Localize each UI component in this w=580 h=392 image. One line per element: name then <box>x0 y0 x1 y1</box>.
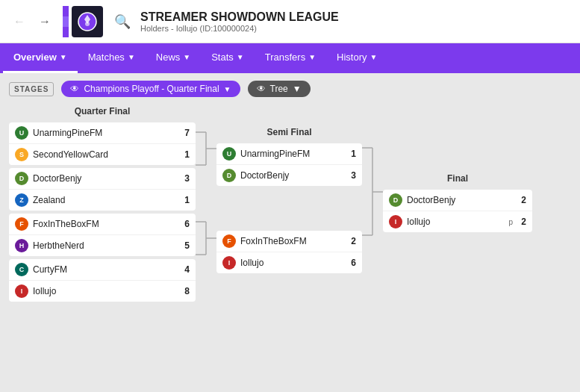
table-row: I Iollujo 8 <box>9 281 196 302</box>
team-name: UnarmingPineFM <box>240 149 344 159</box>
tab-stats[interactable]: Stats ▼ <box>201 43 255 73</box>
qf-header: Quarter Final <box>9 106 196 116</box>
tab-matches[interactable]: Matches ▼ <box>78 43 146 73</box>
team-badge-fox-sf: F <box>222 234 236 248</box>
team-score: 3 <box>178 173 190 184</box>
stage-chevron-icon: ▼ <box>224 85 231 93</box>
table-row: C CurtyFM 4 <box>9 259 196 281</box>
team-name: Iollujo <box>240 258 344 268</box>
qf-match-1: U UnarmingPineFM 7 S SecondYellowCard 1 <box>9 122 196 165</box>
team-name: FoxInTheBoxFM <box>240 236 344 246</box>
team-badge-doctorbenjy-final: D <box>389 193 402 207</box>
table-row: F FoxInTheBoxFM 2 <box>216 231 362 252</box>
app-header: ← → 🔍 STREAMER SHOWDOWN LEAGUE Holders -… <box>0 0 580 43</box>
tree-chevron-icon: ▼ <box>293 84 302 94</box>
final-column: Final D DoctorBenjy 2 I Iollujo p 2 <box>383 106 532 237</box>
penalty-label: p <box>508 218 513 226</box>
forward-button[interactable]: → <box>34 13 55 30</box>
team-score: 2 <box>514 195 526 205</box>
chevron-transfers: ▼ <box>308 53 316 61</box>
team-score: 1 <box>178 149 190 160</box>
final-match: D DoctorBenjy 2 I Iollujo p 2 <box>383 190 532 232</box>
connector-svg-qf-sf <box>196 106 216 293</box>
team-name: HerbtheNerd <box>33 240 178 251</box>
table-row: D DoctorBenjy 3 <box>216 165 362 186</box>
league-logo <box>72 6 103 37</box>
eye-icon-tree: 👁 <box>257 84 266 94</box>
team-name: Iollujo <box>33 286 178 296</box>
qf-match-4: C CurtyFM 4 I Iollujo 8 <box>9 259 196 302</box>
team-score: 4 <box>178 264 190 275</box>
tab-overview[interactable]: Overview ▼ <box>3 43 78 73</box>
team-score: 5 <box>178 240 190 251</box>
team-name: DoctorBenjy <box>240 170 344 181</box>
team-name: Zealand <box>33 195 178 205</box>
team-score: 6 <box>344 258 356 268</box>
team-name: DoctorBenjy <box>407 195 514 205</box>
logo-stripe <box>63 6 69 37</box>
view-mode-label: Tree <box>270 84 288 94</box>
team-badge-fox: F <box>15 217 28 231</box>
tab-history[interactable]: History ▼ <box>326 43 387 73</box>
team-badge-curty: C <box>15 263 28 276</box>
search-icon[interactable]: 🔍 <box>110 10 134 34</box>
tree-selector[interactable]: 👁 Tree ▼ <box>248 81 311 97</box>
team-score: 2 <box>514 217 526 227</box>
table-row: I Iollujo p 2 <box>383 211 532 232</box>
team-score: 2 <box>344 236 356 246</box>
connector-qf-sf <box>196 106 216 293</box>
team-badge-unarming-sf: U <box>222 147 236 161</box>
team-badge-unarming: U <box>15 126 28 140</box>
team-name: UnarmingPineFM <box>33 128 178 138</box>
connector-svg-sf-f <box>362 127 383 314</box>
team-badge-doctorbenjy-sf: D <box>222 169 236 182</box>
semi-final-column: Semi Final U UnarmingPineFM 1 D DoctorBe… <box>216 106 362 278</box>
connector-sf-final <box>362 127 383 314</box>
content-area: STAGES 👁 Champions Playoff - Quarter Fin… <box>0 73 580 392</box>
team-name: SecondYellowCard <box>33 149 178 160</box>
stages-label: STAGES <box>9 82 54 96</box>
svg-point-2 <box>85 22 90 26</box>
back-button[interactable]: ← <box>9 13 30 30</box>
table-row: D DoctorBenjy 3 <box>9 168 196 190</box>
table-row: Z Zealand 1 <box>9 190 196 211</box>
chevron-news: ▼ <box>183 53 190 61</box>
stage-selector[interactable]: 👁 Champions Playoff - Quarter Final ▼ <box>61 81 240 97</box>
quarter-final-column: Quarter Final U UnarmingPineFM 7 S Secon… <box>9 106 196 305</box>
selected-stage-label: Champions Playoff - Quarter Final <box>84 84 219 94</box>
nav-tabs: Overview ▼ Matches ▼ News ▼ Stats ▼ Tran… <box>0 43 580 73</box>
chevron-stats: ▼ <box>237 53 244 61</box>
team-badge-doctorbenjy: D <box>15 172 28 185</box>
team-badge-iollujo-final: I <box>389 215 402 228</box>
team-badge-zealand: Z <box>15 193 28 207</box>
table-row: U UnarmingPineFM 1 <box>216 143 362 165</box>
sf-match-1: U UnarmingPineFM 1 D DoctorBenjy 3 <box>216 143 362 186</box>
table-row: U UnarmingPineFM 7 <box>9 122 196 144</box>
team-name: Iollujo <box>407 217 508 227</box>
team-score: 1 <box>178 195 190 205</box>
team-name: CurtyFM <box>33 264 178 275</box>
qf-match-3: F FoxInTheBoxFM 6 H HerbtheNerd 5 <box>9 214 196 256</box>
team-score: 8 <box>178 286 190 296</box>
chevron-history: ▼ <box>370 53 378 61</box>
chevron-matches: ▼ <box>128 53 135 61</box>
team-badge-iollujo: I <box>15 284 28 298</box>
team-score: 3 <box>344 170 356 181</box>
team-score: 1 <box>344 149 356 159</box>
table-row: I Iollujo 6 <box>216 252 362 273</box>
league-subtitle: Holders - Iollujo (ID:100000024) <box>140 24 339 33</box>
nav-arrows: ← → <box>9 13 55 30</box>
tab-transfers[interactable]: Transfers ▼ <box>255 43 326 73</box>
sf-match-2: F FoxInTheBoxFM 2 I Iollujo 6 <box>216 231 362 273</box>
team-score: 7 <box>178 128 190 138</box>
league-title: STREAMER SHOWDOWN LEAGUE <box>140 10 339 24</box>
table-row: S SecondYellowCard 1 <box>9 144 196 165</box>
table-row: D DoctorBenjy 2 <box>383 190 532 211</box>
stages-bar: STAGES 👁 Champions Playoff - Quarter Fin… <box>9 81 571 97</box>
team-name: DoctorBenjy <box>33 173 178 184</box>
bracket-container: Quarter Final U UnarmingPineFM 7 S Secon… <box>9 106 571 314</box>
tab-news[interactable]: News ▼ <box>146 43 201 73</box>
team-badge-herb: H <box>15 239 28 252</box>
final-header: Final <box>383 173 532 184</box>
qf-match-2: D DoctorBenjy 3 Z Zealand 1 <box>9 168 196 211</box>
